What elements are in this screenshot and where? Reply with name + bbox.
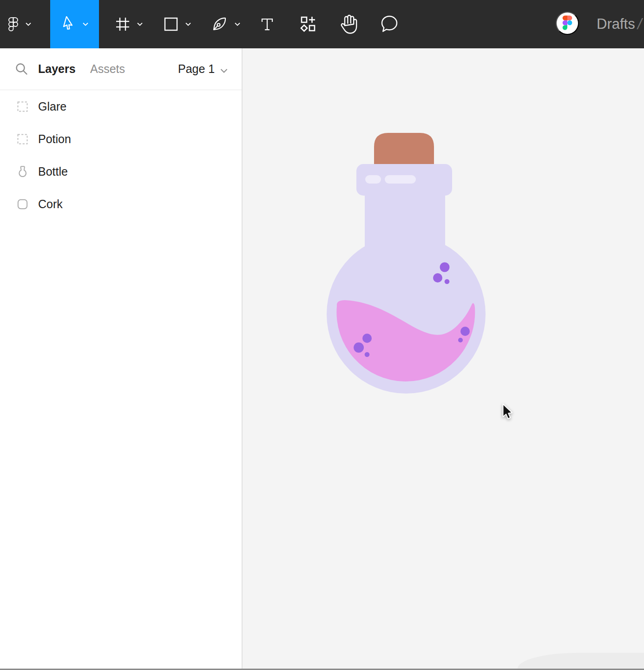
bottle-shape-icon (17, 165, 28, 178)
figma-logo-outline-icon (8, 17, 18, 32)
layer-name: Glare (38, 100, 66, 113)
page-selector-label: Page 1 (178, 62, 215, 76)
glare-mark-small (365, 175, 381, 184)
component-shapes-icon (299, 15, 316, 33)
potion-bottle-artwork[interactable] (316, 125, 502, 404)
glare-mark-large (385, 175, 416, 184)
rounded-rect-icon (17, 198, 28, 210)
layer-row-bottle[interactable]: Bottle (0, 155, 242, 188)
pen-nib-icon (211, 16, 227, 32)
chevron-down-icon (26, 22, 31, 26)
bottom-right-panel-corner (518, 653, 644, 669)
mouse-cursor (502, 403, 513, 421)
chevron-down-icon (235, 22, 240, 26)
layer-name: Cork (38, 197, 63, 211)
page-selector[interactable]: Page 1 (178, 48, 228, 89)
move-tool-button[interactable] (50, 0, 99, 48)
chevron-down-icon (137, 22, 143, 26)
breadcrumb-separator: / (637, 0, 642, 48)
layers-panel: Layers Assets Page 1 Glare Potion (0, 48, 243, 670)
layer-list: Glare Potion Bottle Cor (0, 90, 242, 220)
avatar[interactable] (556, 12, 579, 35)
main-menu-button[interactable] (2, 0, 37, 48)
layer-row-cork[interactable]: Cork (0, 188, 242, 220)
breadcrumb-drafts[interactable]: Drafts (594, 0, 638, 48)
comment-tool-button[interactable] (370, 0, 409, 48)
speech-bubble-icon (380, 14, 399, 34)
frame-hash-icon (116, 17, 130, 31)
dashed-frame-icon (17, 133, 28, 145)
chevron-down-icon (220, 62, 228, 76)
search-button[interactable] (15, 62, 28, 75)
shape-tool-button[interactable] (153, 0, 202, 48)
chevron-down-icon (83, 22, 88, 26)
tab-layers[interactable]: Layers (38, 48, 76, 89)
pen-tool-button[interactable] (202, 0, 250, 48)
canvas[interactable] (243, 48, 644, 670)
search-icon (15, 70, 28, 77)
text-tool-button[interactable] (250, 0, 284, 48)
dashed-frame-icon (17, 100, 28, 113)
panel-header: Layers Assets Page 1 (0, 48, 242, 90)
layer-name: Bottle (38, 165, 68, 178)
frame-tool-button[interactable] (105, 0, 153, 48)
cursor-arrow-icon (61, 16, 75, 32)
hand-icon (339, 14, 358, 34)
figma-logo-icon (562, 15, 572, 32)
rectangle-icon (164, 17, 178, 31)
layer-row-glare[interactable]: Glare (0, 90, 242, 123)
layer-row-potion[interactable]: Potion (0, 123, 242, 155)
toolbar: Drafts / (0, 0, 644, 48)
layer-name: Potion (38, 132, 71, 146)
chevron-down-icon (185, 22, 191, 26)
tab-assets[interactable]: Assets (90, 48, 125, 89)
component-tool-button[interactable] (284, 0, 331, 48)
hand-tool-button[interactable] (331, 0, 366, 48)
text-t-icon (260, 18, 274, 31)
